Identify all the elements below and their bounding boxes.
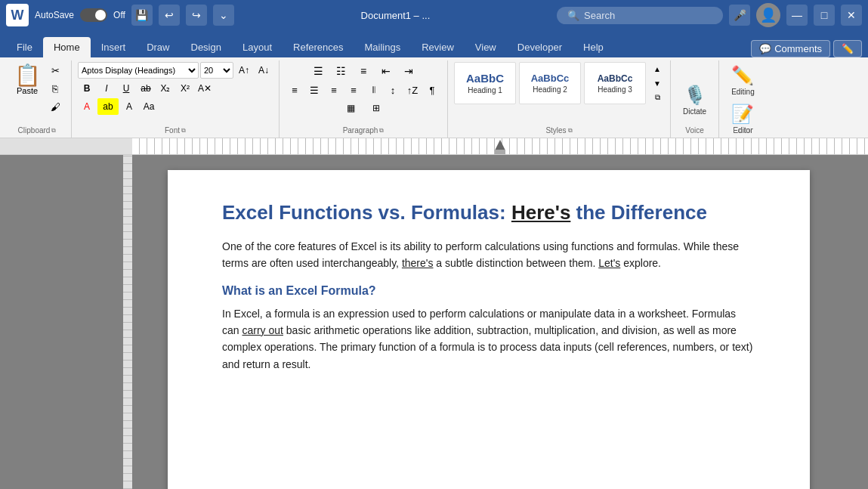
tab-review[interactable]: Review (411, 37, 465, 57)
user-avatar[interactable]: 👤 (756, 3, 780, 27)
search-bar[interactable]: 🔍 Search (557, 7, 723, 24)
font-size-selector[interactable]: 20 (200, 62, 233, 79)
autosave-toggle[interactable] (80, 8, 107, 22)
columns-button[interactable]: ⦀ (364, 82, 382, 98)
subscript-button[interactable]: X₂ (156, 80, 175, 97)
font-group-label: Font (165, 126, 180, 135)
style-heading3[interactable]: AaBbCc Heading 3 (584, 62, 646, 104)
paste-button[interactable]: 📋 Paste (9, 62, 45, 98)
decrease-font-button[interactable]: A↓ (255, 62, 273, 79)
align-right-button[interactable]: ≡ (325, 82, 343, 98)
left-sidebar (0, 155, 132, 489)
search-icon: 🔍 (567, 10, 579, 21)
styles-expand-button[interactable]: ⧉ (650, 91, 664, 104)
tab-design[interactable]: Design (181, 37, 232, 57)
clear-format-button[interactable]: A✕ (196, 80, 214, 97)
show-marks-button[interactable]: ¶ (423, 82, 441, 98)
ruler-left-margin (0, 138, 132, 154)
heading1-preview: AaBbC (458, 72, 512, 85)
mic-button[interactable]: 🎤 (729, 5, 750, 26)
styles-scroll-down[interactable]: ▼ (650, 76, 664, 90)
paragraph-expand-icon[interactable]: ⧉ (379, 127, 384, 135)
tab-draw[interactable]: Draw (136, 37, 180, 57)
justify-button[interactable]: ≡ (344, 82, 363, 98)
title-text: Excel Functions vs. Formulas: Here's the… (222, 201, 707, 224)
editor-group: ✏️ Editing 📝 Editor Editor (719, 60, 767, 138)
copy-button[interactable]: ⎘ (45, 80, 65, 97)
font-selector[interactable]: Aptos Display (Headings) (78, 62, 199, 79)
bold-button[interactable]: B (78, 80, 96, 97)
format-painter-button[interactable]: 🖌 (45, 98, 65, 115)
font-color-button[interactable]: A (78, 98, 96, 115)
clipboard-expand-icon[interactable]: ⧉ (51, 127, 56, 135)
document-page[interactable]: Excel Functions vs. Formulas: Here's the… (168, 170, 810, 489)
paste-icon: 📋 (14, 65, 41, 86)
save-button[interactable]: 💾 (131, 5, 153, 26)
highlight-button[interactable]: ab (97, 98, 119, 115)
line-spacing-button[interactable]: ↕ (384, 82, 402, 98)
minimize-button[interactable]: — (786, 5, 808, 26)
tab-home[interactable]: Home (43, 37, 91, 57)
autosave-label: AutoSave (35, 10, 74, 20)
tab-references[interactable]: References (283, 37, 354, 57)
redo-button[interactable]: ↪ (186, 5, 207, 26)
numbered-list-button[interactable]: ☷ (330, 62, 351, 80)
tab-developer[interactable]: Developer (507, 37, 573, 57)
title-bar: W AutoSave Off 💾 ↩ ↪ ⌄ Document1 – ... 🔍… (0, 0, 868, 30)
styles-expand-icon[interactable]: ⧉ (568, 127, 573, 135)
undo-button[interactable]: ↩ (159, 5, 180, 26)
italic-button[interactable]: I (97, 80, 116, 97)
text-effects-button[interactable]: A (120, 98, 138, 115)
customize-toolbar-button[interactable]: ⌄ (213, 5, 234, 26)
maximize-button[interactable]: □ (814, 5, 835, 26)
paragraph-group: ☰ ☷ ≡ ⇤ ⇥ ≡ ☰ ≡ ≡ ⦀ ↕ ↑Z ¶ ▦ ⊞ Paragraph… (280, 60, 448, 138)
heading2-preview: AaBbCc (523, 73, 577, 84)
editing-mode-button[interactable]: ✏️ (833, 40, 862, 57)
sort-button[interactable]: ↑Z (403, 82, 422, 98)
border-button[interactable]: ⊞ (364, 100, 388, 116)
ruler-right (132, 138, 868, 154)
para1-text: One of the core features of Excel is its… (222, 240, 739, 269)
font-expand-icon[interactable]: ⧉ (181, 127, 186, 135)
cut-button[interactable]: ✂ (45, 62, 65, 79)
tab-help[interactable]: Help (573, 37, 614, 57)
voice-group-label: Voice (685, 126, 703, 135)
tab-file[interactable]: File (6, 37, 43, 57)
paste-label: Paste (17, 86, 38, 95)
underline-button[interactable]: U (117, 80, 135, 97)
styles-scroll-up[interactable]: ▲ (650, 62, 664, 76)
increase-indent-button[interactable]: ⇥ (398, 62, 419, 80)
style-heading2[interactable]: AaBbCc Heading 2 (519, 62, 581, 104)
dictate-button[interactable]: 🎙️ Dictate (677, 82, 712, 119)
bullet-list-button[interactable]: ☰ (307, 62, 329, 80)
editing-mode-dropdown[interactable]: ✏️ Editing (725, 62, 761, 99)
dictate-label: Dictate (683, 107, 706, 116)
tab-insert[interactable]: Insert (91, 37, 137, 57)
heading1-label: Heading 1 (468, 86, 502, 94)
heading3-label: Heading 3 (598, 85, 632, 94)
comments-label: Comments (774, 43, 822, 54)
close-button[interactable]: ✕ (841, 5, 862, 26)
strikethrough-button[interactable]: ab (137, 80, 155, 97)
tab-mailings[interactable]: Mailings (354, 37, 412, 57)
document-area: Excel Functions vs. Formulas: Here's the… (0, 155, 868, 489)
style-heading1[interactable]: AaBbC Heading 1 (454, 62, 516, 104)
align-center-button[interactable]: ☰ (305, 82, 323, 98)
ruler (0, 138, 868, 155)
decrease-indent-button[interactable]: ⇤ (375, 62, 397, 80)
right-sidebar (845, 155, 868, 489)
multilevel-list-button[interactable]: ≡ (353, 62, 374, 80)
shading-button[interactable]: ▦ (338, 100, 363, 116)
change-case-button[interactable]: Aa (140, 98, 158, 115)
editor-group-label: Editor (733, 126, 752, 135)
heading2-label: Heading 2 (533, 85, 567, 94)
align-left-button[interactable]: ≡ (286, 82, 304, 98)
superscript-button[interactable]: X² (176, 80, 194, 97)
tab-layout[interactable]: Layout (232, 37, 283, 57)
comments-button[interactable]: 💬 Comments (751, 40, 830, 57)
editor-icon: ✏️ (731, 65, 754, 86)
increase-font-button[interactable]: A↑ (235, 62, 253, 79)
heading3-preview: AaBbCc (588, 73, 642, 84)
tab-view[interactable]: View (465, 37, 507, 57)
subtitle-1: What is an Excel Formula? (222, 284, 755, 298)
